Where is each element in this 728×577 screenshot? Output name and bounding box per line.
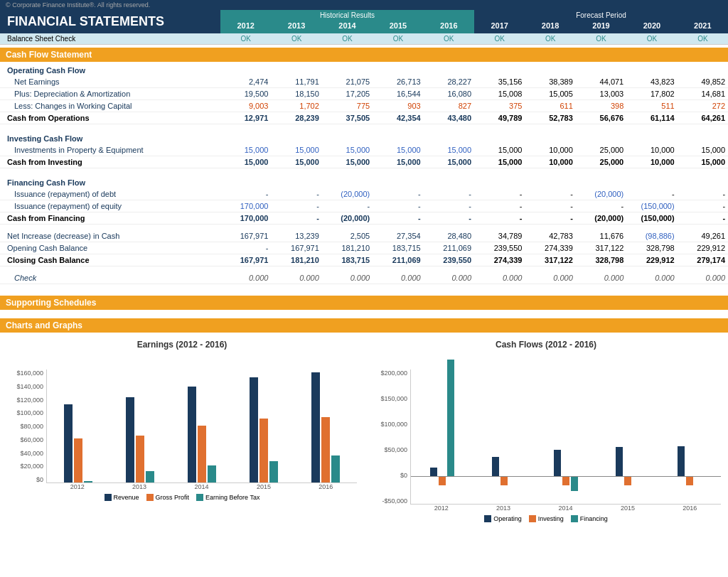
table-row: Net Earnings2,47411,79121,07526,71328,22… [0,76,728,88]
legend-item: Investing [529,515,564,522]
cell-1: 28,239 [271,112,321,124]
cell-4: 15,000 [424,144,474,156]
table-row: Cash from Investing15,00015,00015,00015,… [0,156,728,168]
cell-9: 15,000 [678,144,728,156]
cell-1: 18,150 [271,88,321,99]
year-header-2012: 2012 [220,20,271,31]
cell-9: 229,912 [678,242,728,254]
cell-2: 37,505 [322,112,373,124]
cell-7: 13,003 [576,88,626,99]
chart-bar [136,436,144,482]
chart-bar [188,387,196,482]
cell-5: 239,550 [474,242,525,254]
cell-0: 167,971 [220,230,271,242]
cell-9: 272 [678,100,728,112]
bc-val-6: OK [525,33,575,44]
earnings-chart-title: Earnings (2012 - 2016) [7,340,357,350]
cell-0: 12,971 [220,112,271,124]
cell-1: 181,210 [271,254,321,266]
investing-title-row: Investing Cash Flow [0,130,728,144]
cell-7: 317,122 [576,242,626,254]
cell-5: - [474,200,525,212]
chart-bar [331,455,340,482]
cell-8: 10,000 [626,156,677,168]
cell-7: 328,798 [576,254,626,266]
x-label: 2012 [410,505,472,512]
chart-bar [678,446,685,477]
row-label: Cash from Investing [0,156,220,168]
cell-4: - [424,212,474,224]
cell-3: 15,000 [373,156,423,168]
cell-5: 15,008 [474,88,525,99]
legend-color [571,515,578,522]
cell-4: 827 [424,100,474,112]
check-cell-4: 0.000 [424,272,474,284]
bc-val-1: OK [271,33,321,44]
check-cell-7: 0.000 [576,272,626,284]
cell-8: 511 [626,100,677,112]
cell-4: - [424,200,474,212]
earnings-chart: Earnings (2012 - 2016) $160,000 $140,000… [7,340,357,522]
cell-8: 61,114 [626,112,677,124]
cell-0: 15,000 [220,156,271,168]
chart-bar [447,360,454,477]
cell-3: - [373,188,423,200]
charts-header: Charts and Graphs [0,318,728,333]
year-header-2021: 2021 [678,20,728,31]
legend-color [105,494,112,501]
cell-6: 42,783 [525,230,575,242]
year-header-2013: 2013 [271,20,321,31]
legend-label: Financing [580,515,608,522]
bc-val-3: OK [373,33,423,44]
cell-9: - [678,212,728,224]
legend-label: Investing [538,515,564,522]
cell-8: 43,823 [626,76,677,87]
cell-9: 15,000 [678,156,728,168]
cashflow-chart: Cash Flows (2012 - 2016) $200,000 $150,0… [371,340,721,522]
cell-6: - [525,212,575,224]
cell-2: - [322,200,373,212]
chart-bar [269,461,278,482]
bc-val-0: OK [220,33,271,44]
page-title: FINANCIAL STATEMENTS [0,10,220,33]
check-cell-1: 0.000 [271,272,321,284]
cell-9: 64,261 [678,112,728,124]
cell-4: 43,480 [424,112,474,124]
chart-bar [208,465,216,482]
cell-1: 11,791 [271,76,321,87]
cell-3: 211,069 [373,254,423,266]
row-label: Closing Cash Balance [0,254,220,266]
cell-3: - [373,200,423,212]
cell-3: 26,713 [373,76,423,87]
cell-8: (98,886) [626,230,677,242]
cell-8: 17,802 [626,88,677,99]
cell-8: 229,912 [626,254,677,266]
chart-bar [686,477,693,485]
chart-bar [126,397,134,482]
cell-2: 21,075 [322,76,373,87]
cell-0: - [220,188,271,200]
balance-check-label: Balance Sheet Check [0,33,220,44]
chart-bar [74,438,82,482]
chart-bar [259,419,268,482]
cell-2: 181,210 [322,242,373,254]
legend-label: Earning Before Tax [205,494,259,501]
x-label: 2016 [659,505,721,512]
cell-5: 49,789 [474,112,525,124]
year-header-2020: 2020 [626,20,677,31]
row-label: Cash from Operations [0,112,220,124]
legend-label: Operating [493,515,522,522]
cell-3: 27,354 [373,230,423,242]
cell-7: 25,000 [576,144,626,156]
cell-4: - [424,188,474,200]
cell-1: 13,239 [271,230,321,242]
main-header: FINANCIAL STATEMENTS Historical Results … [0,10,728,33]
chart-bar [500,477,508,485]
year-header-2016: 2016 [424,20,474,31]
chart-bar [311,372,320,482]
check-cell-5: 0.000 [474,272,525,284]
cell-2: 775 [322,100,373,112]
cell-2: 15,000 [322,156,373,168]
legend-item: Financing [571,515,608,522]
cell-1: 167,971 [271,242,321,254]
